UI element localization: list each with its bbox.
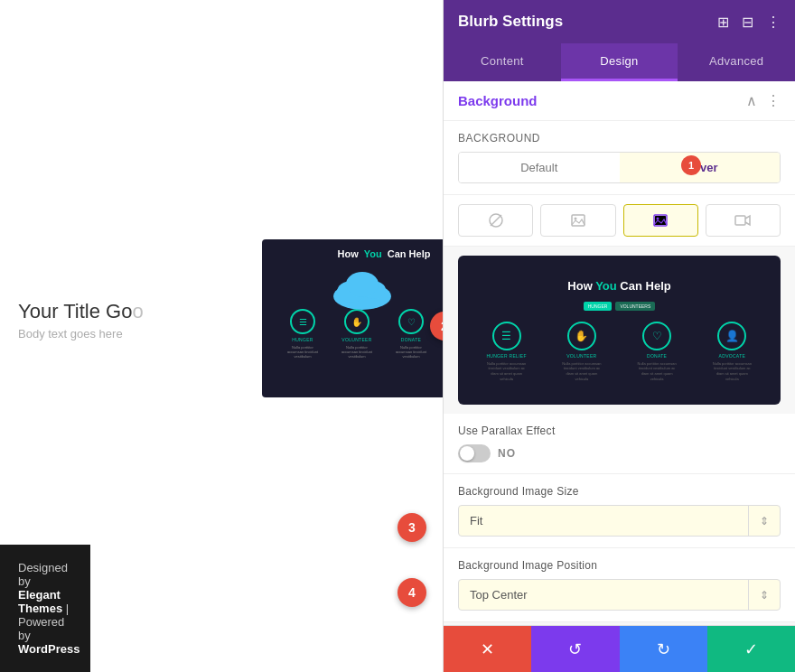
parallax-toggle-row: NO: [458, 444, 781, 462]
section-title: Background: [458, 93, 538, 108]
card-icon-2: ✋: [344, 309, 369, 334]
cancel-button[interactable]: ✕: [444, 626, 531, 672]
panel-icon-item-1: ☰ HUNGER RELIEF Nulla porttitor accumsan…: [486, 322, 527, 381]
tab-advanced[interactable]: Advanced: [678, 43, 795, 81]
undo-icon: ↺: [568, 639, 582, 659]
bg-toggle-row: Background Default 1 Hover: [444, 121, 795, 195]
bg-toggle-label: Background: [458, 132, 781, 145]
toggle-knob: [460, 446, 474, 461]
undo-button[interactable]: ↺: [531, 626, 619, 672]
gradient-icon: [652, 212, 669, 229]
svg-point-11: [657, 218, 659, 220]
panel-title: Blurb Settings: [458, 13, 563, 31]
redo-icon: ↻: [657, 639, 670, 659]
bg-image-position-setting: Background Image Position Top Center ⇕: [444, 548, 795, 622]
bg-image-size-value: Fit: [459, 506, 748, 536]
panel-card-badges: HUNGER VOLUNTEERS: [584, 302, 656, 311]
icon-type-none[interactable]: [458, 204, 533, 237]
layout-icon[interactable]: ⊟: [742, 14, 753, 31]
bg-image-size-arrow[interactable]: ⇕: [748, 506, 780, 536]
icon-type-image[interactable]: [540, 204, 615, 237]
section-more-icon[interactable]: ⋮: [766, 92, 781, 109]
icon-type-row: [444, 195, 795, 247]
redo-button[interactable]: ↻: [620, 626, 707, 672]
callout-badge-3: 3: [398, 513, 426, 542]
bg-image-position-label: Background Image Position: [458, 559, 781, 572]
section-controls: ∧ ⋮: [746, 92, 781, 109]
bg-image-position-value: Top Center: [459, 580, 748, 610]
preview-title: Your Title Goo: [18, 300, 144, 323]
panel-card-icons: ☰ HUNGER RELIEF Nulla porttitor accumsan…: [469, 322, 770, 381]
card-icon-1: ☰: [290, 309, 315, 334]
bg-image-position-arrow[interactable]: ⇕: [748, 580, 780, 610]
panel-preview-image: How You Can Help HUNGER VOLUNTEERS ☰ HUN…: [458, 256, 781, 405]
parallax-label: Use Parallax Effect: [458, 425, 781, 437]
svg-point-7: [574, 218, 576, 220]
badge-hunger: HUNGER: [584, 302, 613, 311]
preview-title-area: Your Title Goo Body text goes here: [18, 300, 144, 341]
preview-subtitle: Body text goes here: [18, 327, 144, 341]
default-hover-toggle[interactable]: Default 1 Hover: [458, 152, 781, 183]
panel-body: Background ∧ ⋮ Background Default 1 Hove…: [444, 81, 795, 625]
image-icon: [570, 212, 586, 229]
card-title: How You Can Help: [271, 248, 443, 259]
more-icon[interactable]: ⋮: [766, 14, 781, 31]
parallax-toggle[interactable]: [458, 444, 491, 462]
panel-header-icons: ⊞ ⊟ ⋮: [717, 14, 781, 31]
tab-design[interactable]: Design: [561, 43, 678, 81]
svg-line-5: [491, 215, 501, 226]
toggle-hover[interactable]: 1 Hover: [620, 153, 781, 182]
panel-icon-item-4: 👤 ADVOCATE Nulla porttitor accumsan tinc…: [712, 322, 753, 381]
icon-type-gradient[interactable]: [623, 204, 698, 237]
svg-rect-12: [735, 216, 745, 225]
preview-card: How You Can Help ☰ HUNGER Nulla porttito…: [262, 239, 443, 397]
bg-image-size-select[interactable]: Fit ⇕: [458, 505, 781, 537]
cancel-icon: ✕: [481, 639, 494, 659]
svg-point-3: [346, 272, 379, 297]
parallax-setting: Use Parallax Effect NO: [444, 414, 795, 474]
toggle-default[interactable]: Default: [459, 153, 620, 182]
preview-area: How You Can Help ☰ HUNGER Nulla porttito…: [0, 0, 443, 672]
card-icon-3: ♡: [398, 309, 424, 334]
callout-badge-1: 1: [681, 155, 701, 175]
panel-card-title: How You Can Help: [567, 279, 670, 293]
panel-icon-item-3: ♡ DONATE Nulla porttitor accumsan tincid…: [637, 322, 678, 381]
panel-header: Blurb Settings ⊞ ⊟ ⋮: [444, 0, 795, 43]
panel-icon-item-2: ✋ VOLUNTEER Nulla porttitor accumsan tin…: [561, 322, 602, 381]
video-icon: [734, 212, 751, 229]
action-bar: ✕ ↺ ↻ ✓: [444, 625, 795, 672]
preview-footer: Designed by Elegant Themes | Powered by …: [0, 545, 90, 672]
tab-content[interactable]: Content: [444, 43, 561, 81]
none-icon: [488, 212, 504, 229]
parallax-toggle-text: NO: [498, 447, 516, 460]
icon-type-video[interactable]: [706, 204, 781, 237]
panel-tabs: Content Design Advanced: [444, 43, 795, 81]
bg-image-position-select[interactable]: Top Center ⇕: [458, 579, 781, 611]
bg-image-size-label: Background Image Size: [458, 485, 781, 498]
badge-volunteers: VOLUNTEERS: [615, 302, 655, 311]
cloud-icon: [330, 265, 395, 310]
save-icon: ✓: [744, 639, 758, 659]
expand-icon[interactable]: ⊞: [717, 14, 729, 31]
section-header: Background ∧ ⋮: [444, 81, 795, 121]
settings-panel: Blurb Settings ⊞ ⊟ ⋮ Content Design Adva…: [443, 0, 795, 672]
collapse-icon[interactable]: ∧: [746, 92, 757, 109]
callout-badge-4: 4: [398, 578, 426, 607]
save-button[interactable]: ✓: [707, 626, 795, 672]
bg-image-size-setting: Background Image Size Fit ⇕: [444, 474, 795, 548]
